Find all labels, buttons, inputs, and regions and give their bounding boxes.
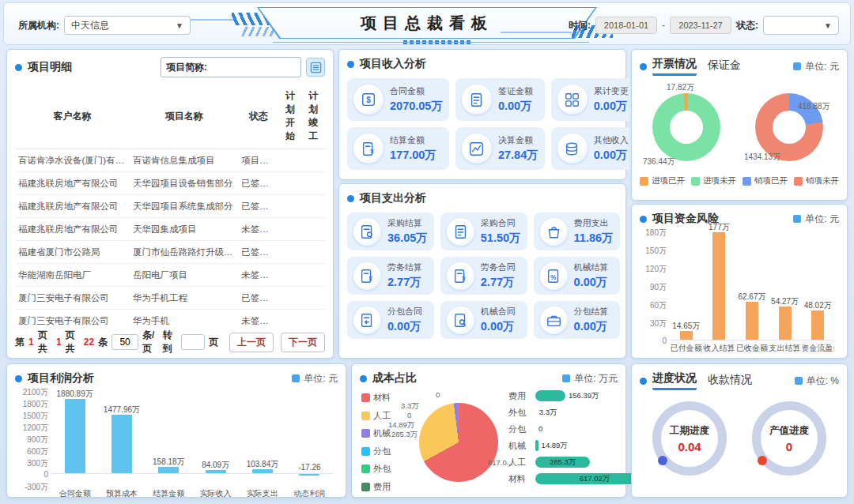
legend-item[interactable]: 进项未开 <box>691 175 736 186</box>
tab-deposit[interactable]: 保证金 <box>708 58 741 75</box>
stat-card[interactable]: ¥劳务合同2.77万 <box>440 257 527 295</box>
tab-collection-status[interactable]: 收款情况 <box>708 373 752 389</box>
table-row[interactable]: 厦门三安电子有限公司华为手机工程已签合同 <box>15 287 325 310</box>
table-cell: 厦门三安电子有限公司 <box>15 287 130 310</box>
legend-item[interactable]: 销项已开 <box>743 175 788 186</box>
stat-card[interactable]: ¥劳务结算2.77万 <box>347 257 434 295</box>
table-cell <box>278 195 301 218</box>
table-cell <box>278 172 301 195</box>
cost-list-row[interactable]: 人工285.3万 <box>508 457 618 468</box>
date-to-input[interactable] <box>670 17 731 34</box>
cost-list-row[interactable]: 外包3.3万 <box>508 407 618 418</box>
table-row[interactable]: 百诺肯净水设备(厦门)有限公司百诺肯信息集成项目项目在建 <box>15 149 325 172</box>
bar[interactable] <box>65 399 85 473</box>
cost-list-row[interactable]: 材料617.02万 <box>508 473 618 484</box>
fee-expense-bag-icon <box>540 218 568 246</box>
stat-card-label: 其他收入 <box>594 134 629 146</box>
bar[interactable] <box>746 302 758 340</box>
stat-card[interactable]: 费用支出11.86万 <box>534 213 620 250</box>
schedule-progress-gauge[interactable]: 工期进度 0.04 <box>652 401 727 476</box>
status-select[interactable]: ▼ <box>763 16 839 35</box>
table-cell: 厦门市仙岳路路灯升级改造项目 <box>130 241 238 264</box>
prev-page-button[interactable]: 上一页 <box>229 333 274 352</box>
progress-unit: 单位: % <box>807 374 839 388</box>
tab-invoice-status[interactable]: 开票情况 <box>652 57 697 76</box>
legend-item[interactable]: 费用 <box>361 481 391 493</box>
bar[interactable] <box>299 474 319 476</box>
time-label: 时间: <box>569 19 591 32</box>
legend-item[interactable]: 机械 <box>361 427 391 439</box>
next-page-button[interactable]: 下一页 <box>281 333 325 352</box>
legend-item[interactable]: 销项未开 <box>794 175 839 186</box>
bar[interactable] <box>712 232 725 340</box>
table-row[interactable]: 福建兆联房地产有限公司天华园集成项目未签合同 <box>15 218 325 241</box>
table-cell <box>302 149 325 172</box>
stat-card[interactable]: $合同金额2070.05万 <box>347 78 449 121</box>
stat-card[interactable]: 分包结算0.00万 <box>534 301 620 339</box>
bar[interactable] <box>111 415 132 473</box>
bar[interactable] <box>779 307 792 340</box>
list-search-button[interactable] <box>306 58 325 77</box>
tab-progress-status[interactable]: 进度状况 <box>652 371 697 390</box>
stat-card[interactable]: 决算金额27.84万 <box>455 127 545 170</box>
table-row[interactable]: 福建兆联房地产有限公司天华园项目系统集成部分已签合同 <box>15 195 325 218</box>
unit-square-icon <box>562 374 570 382</box>
y-axis-tick: 30万 <box>650 318 667 329</box>
table-cell: 福建省厦门市公路局 <box>15 241 130 264</box>
stat-card[interactable]: 采购结算36.05万 <box>347 213 434 250</box>
stat-card-label: 结算金额 <box>390 134 436 146</box>
bar[interactable] <box>158 467 179 473</box>
legend-item[interactable]: 材料 <box>361 392 391 404</box>
cost-list-row[interactable]: 机械14.89万 <box>508 440 618 451</box>
stat-card-value: 2.77万 <box>387 275 422 290</box>
table-cell <box>302 310 325 333</box>
stat-card[interactable]: ¥结算金额177.00万 <box>347 127 449 170</box>
pager-text: 页共 <box>38 329 52 355</box>
project-search-input[interactable] <box>207 62 296 73</box>
column-header: 计划开始 <box>278 84 301 149</box>
profit-chart[interactable]: 2100万1800万1500万1200万900万600万300万0-300万18… <box>15 390 338 501</box>
date-from-input[interactable] <box>595 17 657 34</box>
org-select[interactable]: 中天信息 ▼ <box>64 16 191 35</box>
legend-item[interactable]: 人工 <box>361 410 391 422</box>
bar[interactable] <box>811 310 824 340</box>
goto-page-input[interactable] <box>181 334 205 350</box>
stat-card[interactable]: 其他收入0.00万 <box>551 127 635 170</box>
header-decor-line-right <box>501 32 572 33</box>
cost-value-label: 3.3万 <box>539 408 557 418</box>
panel-dot-icon <box>640 216 647 223</box>
legend-item[interactable]: 进项已开 <box>640 175 685 186</box>
table-row[interactable]: 福建兆联房地产有限公司天华园项目设备销售部分已签合同 <box>15 172 325 195</box>
legend-item[interactable]: 外包 <box>361 463 391 475</box>
stat-card[interactable]: 累计变更0.00万 <box>551 78 635 121</box>
funding-risk-chart[interactable]: 180万150万120万90万60万30万014.65万177万62.67万54… <box>640 231 839 355</box>
x-axis-category: 收入结算 <box>703 343 736 354</box>
output-progress-gauge[interactable]: 产值进度 0 <box>752 401 826 476</box>
table-row[interactable]: 福建省厦门市公路局厦门市仙岳路路灯升级改造项目已签合同 <box>15 241 325 264</box>
cost-list-row[interactable]: 分包0 <box>508 423 618 434</box>
page-size-input[interactable] <box>111 334 138 350</box>
cost-value-label: 285.3万 <box>535 457 590 468</box>
stat-card[interactable]: 机械合同0.00万 <box>440 301 527 339</box>
stat-card[interactable]: 签证金额0.00万 <box>455 78 545 121</box>
stat-card-value: 0.00万 <box>574 275 609 290</box>
cost-list-row[interactable]: 费用156.39万 <box>508 390 618 401</box>
legend-item[interactable]: 分包 <box>361 446 391 457</box>
panel-dot-icon <box>360 375 367 382</box>
svg-text:%: % <box>550 273 557 280</box>
input-invoice-donut[interactable] <box>652 93 720 161</box>
stat-card-value: 0.00万 <box>594 99 629 114</box>
cost-pie-chart[interactable] <box>419 403 498 482</box>
panel-dot-icon <box>347 195 354 202</box>
x-axis-category: 实际支出 <box>239 488 285 499</box>
stat-card[interactable]: 采购合同51.50万 <box>440 213 527 250</box>
table-cell: 福建兆联房地产有限公司 <box>15 218 130 241</box>
x-axis-category: 实际收入 <box>192 488 239 499</box>
title-banner: 项目总裁看板 <box>257 7 597 39</box>
legend-label: 材料 <box>373 392 391 404</box>
bar[interactable] <box>680 331 693 340</box>
stat-card[interactable]: 分包合同0.00万 <box>347 301 434 339</box>
table-row[interactable]: 华能湖南岳阳电厂岳阳电厂项目未签合同 <box>15 264 325 287</box>
invoice-donut-charts: 17.82万 736.44万 418.88万 1434.13万 <box>640 81 839 169</box>
stat-card[interactable]: %机械结算0.00万 <box>534 257 620 295</box>
